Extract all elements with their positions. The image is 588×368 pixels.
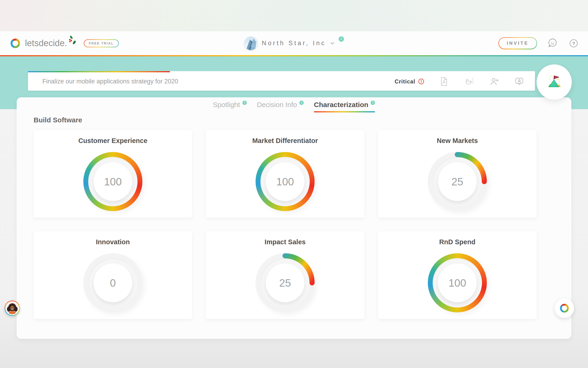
section-heading: Build Software (34, 116, 571, 124)
metric-card: Innovation 0 (34, 231, 192, 319)
letsdecide-logo-icon (558, 302, 570, 314)
company-avatar (244, 37, 258, 50)
gauge-value: 100 (448, 277, 466, 289)
gauge-market-differentiator: 100 (255, 152, 315, 211)
invite-button[interactable]: INVITE (498, 37, 537, 49)
gauge-value: 100 (276, 175, 294, 188)
gauge-arc (255, 253, 315, 312)
gauge-inner-ring: 100 (260, 157, 310, 206)
invite-label: INVITE (499, 38, 536, 49)
page: letsdecide. FREE TRIAL (0, 0, 588, 368)
metric-title: New Markets (437, 137, 478, 145)
header-actions: INVITE ? (498, 37, 579, 49)
gauge-center: 0 (94, 264, 132, 302)
gauge-value: 0 (110, 277, 116, 289)
metric-title: Customer Experience (78, 137, 147, 145)
brand[interactable]: letsdecide. FREE TRIAL (9, 37, 119, 50)
info-icon[interactable] (371, 101, 375, 105)
gauge-center: 100 (94, 162, 132, 201)
desktop-background-strip (0, 0, 588, 31)
metric-title: Market Differentiator (252, 137, 318, 145)
critical-alert-icon (418, 78, 424, 85)
metrics-grid: Customer Experience 100 Market Different… (34, 130, 571, 319)
tab-spotlight[interactable]: Spotlight (213, 101, 247, 109)
tab-bar: Spotlight Decision Info Characterization (17, 101, 571, 112)
feedback-chat-icon[interactable] (547, 37, 558, 49)
tab-characterization[interactable]: Characterization (314, 101, 375, 109)
free-trial-label: FREE TRIAL (84, 40, 118, 47)
metric-card: RnD Spend 100 (378, 231, 537, 319)
export-pdf-icon[interactable] (439, 77, 449, 86)
gauge-value: 100 (104, 175, 122, 188)
info-icon[interactable] (242, 101, 247, 105)
app-header: letsdecide. FREE TRIAL (0, 31, 588, 55)
tab-label: Spotlight (213, 101, 240, 109)
free-trial-badge: FREE TRIAL (84, 39, 119, 47)
metric-card: Customer Experience 100 (34, 130, 192, 218)
gauge-center: 100 (438, 264, 477, 302)
tab-label: Characterization (314, 101, 368, 109)
tab-decision-info[interactable]: Decision Info (257, 101, 304, 109)
gauge-center: 100 (266, 162, 304, 201)
metric-title: RnD Spend (439, 238, 475, 246)
metric-title: Impact Sales (265, 238, 306, 246)
priority-badge[interactable]: Critical (395, 78, 424, 85)
metric-card: Impact Sales 25 (206, 231, 364, 319)
gauge-inner-ring: 100 (88, 157, 138, 206)
milestone-flag-badge[interactable] (537, 64, 572, 100)
gauge-customer-experience: 100 (83, 152, 142, 211)
add-user-icon[interactable] (489, 76, 499, 87)
assign-user-icon[interactable] (514, 76, 524, 87)
chevron-down-icon[interactable] (330, 42, 334, 45)
holly-decoration-icon (68, 36, 77, 45)
company-switcher[interactable]: North Star, Inc (244, 37, 344, 50)
info-icon[interactable] (299, 101, 304, 105)
nudge-pointer-icon[interactable] (464, 76, 474, 87)
main-panel: Spotlight Decision Info Characterization… (17, 97, 571, 339)
gauge-innovation: 0 (83, 253, 142, 312)
decision-title: Finalize our mobile applications strateg… (42, 78, 395, 85)
metric-title: Innovation (96, 238, 130, 246)
company-name: North Star, Inc (262, 40, 326, 47)
gauge-rnd-spend: 100 (428, 253, 487, 312)
user-avatar[interactable] (5, 301, 20, 316)
active-tab-underline (314, 111, 375, 112)
decision-actions: Critical (395, 76, 524, 87)
user-photo (6, 302, 18, 314)
letsdecide-logo-icon (9, 37, 22, 50)
gauge-new-markets: 25 (428, 152, 487, 211)
priority-label: Critical (395, 78, 415, 85)
flag-mountain-icon (545, 73, 563, 91)
help-icon[interactable]: ? (568, 38, 579, 49)
svg-text:?: ? (572, 41, 575, 46)
gauge-inner-ring: 100 (433, 258, 482, 307)
gauge-impact-sales: 25 (255, 253, 315, 312)
metric-card: New Markets 25 (378, 130, 537, 218)
company-info-icon[interactable] (338, 36, 344, 42)
decision-title-bar: Finalize our mobile applications strateg… (28, 71, 535, 91)
gauge-inner-ring: 0 (88, 258, 138, 307)
letsdecide-floating-button[interactable] (555, 298, 574, 318)
tab-label: Decision Info (257, 101, 297, 109)
gauge-arc (428, 152, 487, 211)
logo-text: letsdecide. (25, 38, 67, 48)
metric-card: Market Differentiator 100 (206, 130, 364, 218)
